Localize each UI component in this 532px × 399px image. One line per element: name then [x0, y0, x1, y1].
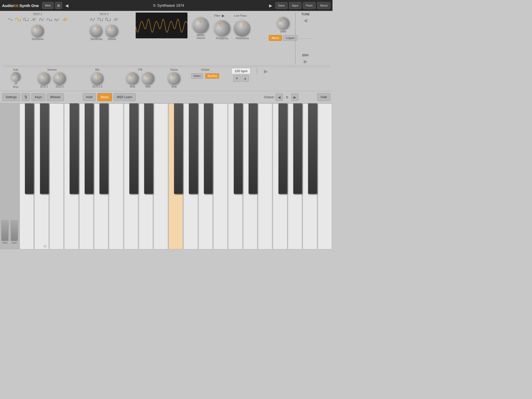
- fm-mod-control[interactable]: [139, 70, 157, 87]
- master-volume-label: Master Volume: [196, 34, 205, 39]
- bluetooth-button[interactable]: [22, 93, 30, 101]
- synth-top-row: DCO 1: [3, 12, 330, 64]
- black-key[interactable]: [249, 103, 257, 194]
- white-key[interactable]: [109, 103, 123, 249]
- arpseq-button[interactable]: Arp/Seq: [205, 73, 219, 79]
- waveform-display-section: [136, 12, 188, 39]
- filter-frequency-knob: Frequency: [214, 20, 230, 40]
- black-key[interactable]: [308, 103, 317, 194]
- master-volume-control[interactable]: [191, 16, 210, 35]
- white-key[interactable]: [258, 103, 272, 249]
- bpm-up-button[interactable]: ▲: [242, 75, 249, 82]
- apps-button[interactable]: Apps: [289, 2, 301, 9]
- dco2-section: DCO 2: [74, 12, 134, 41]
- vol-dco1-knob: DCO 1: [38, 72, 50, 88]
- black-key[interactable]: [129, 103, 138, 194]
- vol-dco1-label: DCO 1: [40, 85, 48, 88]
- black-key[interactable]: [234, 103, 242, 194]
- env-bottom-arrow: ▶: [264, 68, 268, 74]
- black-key[interactable]: [144, 103, 153, 194]
- mix-dco12-control[interactable]: [91, 72, 104, 85]
- vol-dco2-control[interactable]: [52, 71, 67, 86]
- octave-down-button[interactable]: ◀: [276, 94, 283, 101]
- sub-amp-knob: -24 Amp: [11, 72, 20, 88]
- save-button[interactable]: Save: [275, 2, 288, 9]
- mono-legato-buttons: Mono Legato: [269, 35, 297, 41]
- about-button[interactable]: About: [317, 2, 330, 9]
- filter-frequency-control[interactable]: [211, 17, 233, 39]
- wheels-button[interactable]: Wheels: [47, 93, 64, 101]
- dco2-wave-pulse[interactable]: [105, 17, 111, 23]
- glide-control[interactable]: [274, 15, 292, 32]
- black-key[interactable]: [70, 103, 78, 194]
- dco1-waveforms: [7, 17, 68, 23]
- octave-up-button[interactable]: ▶: [291, 94, 298, 101]
- waveform-canvas: [136, 13, 187, 38]
- white-key[interactable]: [213, 103, 228, 249]
- grid-icon-button[interactable]: ⊞: [55, 2, 62, 9]
- prev-preset-button[interactable]: ◀: [64, 3, 70, 8]
- sub-section: Sub -24 Amp: [3, 68, 29, 88]
- volume-knobs: DCO 1 DCO 2: [38, 72, 66, 88]
- midi-learn-button[interactable]: MIDI Learn: [114, 93, 136, 101]
- black-key[interactable]: [40, 103, 49, 194]
- dco1-label: DCO 1: [33, 12, 42, 16]
- c2-label: C2: [43, 245, 47, 248]
- black-key[interactable]: [85, 103, 93, 194]
- black-key[interactable]: [99, 103, 108, 194]
- white-key[interactable]: [49, 103, 64, 249]
- dco2-wave-tri[interactable]: [89, 17, 96, 23]
- dco1-wave-sine[interactable]: [7, 17, 14, 23]
- dco1-wave-tri[interactable]: [38, 17, 45, 23]
- synth-panel: DCO 1: [0, 11, 332, 91]
- next-preset-button[interactable]: ▶: [268, 3, 274, 8]
- tune-arrow: ◀: [303, 17, 307, 23]
- mod-wheel[interactable]: [11, 220, 18, 241]
- dco1-wave-pulse[interactable]: [23, 17, 29, 23]
- mono-button[interactable]: Mono: [269, 35, 282, 41]
- black-key[interactable]: [189, 103, 197, 194]
- dco1-wave-pulse2[interactable]: [54, 17, 61, 23]
- dco1-wave-square[interactable]: [15, 17, 22, 23]
- vol-dco1-control[interactable]: [37, 71, 51, 86]
- fm-mod-knob: Mod: [142, 72, 154, 88]
- keys-button[interactable]: Keys: [31, 93, 45, 101]
- mix-dco12-label: DCO 1·2: [92, 85, 103, 88]
- dco1-semitones-control[interactable]: [30, 23, 46, 39]
- filter-play-button[interactable]: ▶: [222, 14, 225, 18]
- web-button[interactable]: Web: [42, 2, 54, 9]
- black-key[interactable]: [174, 103, 183, 194]
- dco2-wave-saw[interactable]: [112, 17, 119, 23]
- dco2-detune-control[interactable]: [105, 24, 119, 38]
- black-key[interactable]: [278, 103, 287, 194]
- noise-amp-control[interactable]: [166, 70, 182, 87]
- row3: Sub -24 Amp Volume DCO 1 DCO: [3, 67, 330, 89]
- keyboard-area: Pitch Mod C2: [0, 103, 332, 249]
- hold-button[interactable]: Hold: [83, 93, 96, 101]
- bpm-down-button[interactable]: ▼: [233, 75, 241, 82]
- white-key[interactable]: [154, 103, 168, 249]
- settings-button[interactable]: Settings: [2, 93, 20, 101]
- dco1-wave-saw[interactable]: [30, 17, 37, 23]
- preset-name: 0: Synthwave 1974: [71, 3, 266, 8]
- sub-amp-control[interactable]: [9, 70, 22, 83]
- white-key[interactable]: [318, 103, 332, 249]
- black-key[interactable]: [25, 103, 34, 194]
- panic-button[interactable]: Panic: [303, 2, 316, 9]
- master-volume-knob: Master Volume: [193, 17, 209, 39]
- black-key[interactable]: [204, 103, 212, 194]
- wheels-row: Pitch Mod: [1, 220, 18, 244]
- fm-amp-control[interactable]: [124, 70, 141, 87]
- master-volume-section: Master Volume: [189, 12, 212, 39]
- pitch-wheel[interactable]: [1, 220, 9, 241]
- dco2-wave-sqr[interactable]: [97, 17, 104, 23]
- mono-ctrl-button[interactable]: Mono: [97, 93, 112, 101]
- tune-area: TUNE ◀: [301, 12, 310, 23]
- dco1-wave-saw2[interactable]: [62, 17, 68, 23]
- dco2-semitones-control[interactable]: [89, 23, 104, 39]
- widen-button[interactable]: Widen: [191, 73, 203, 79]
- dco1-wave-sqr2[interactable]: [46, 17, 53, 23]
- filter-resonance-control[interactable]: [232, 18, 252, 38]
- black-key[interactable]: [293, 103, 302, 194]
- hide-button[interactable]: Hide: [317, 93, 330, 101]
